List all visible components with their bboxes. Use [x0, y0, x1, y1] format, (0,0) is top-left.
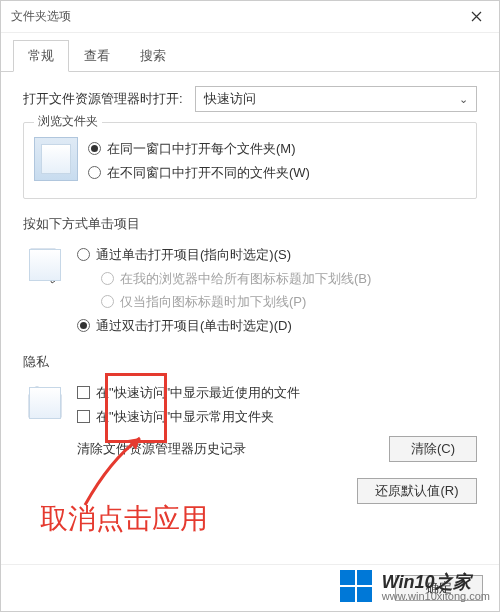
check-label: 在"快速访问"中显示常用文件夹	[96, 407, 274, 427]
radio-label: 在同一窗口中打开每个文件夹(M)	[107, 139, 296, 159]
privacy-check-recent[interactable]: 在"快速访问"中显示最近使用的文件	[77, 383, 477, 403]
folder-options-dialog: 文件夹选项 常规 查看 搜索 打开文件资源管理器时打开: 快速访问 ⌄ 浏览文件…	[0, 0, 500, 612]
open-with-select[interactable]: 快速访问 ⌄	[195, 86, 477, 112]
chevron-down-icon: ⌄	[459, 93, 468, 106]
watermark: Win10之家 www.win10xitong.com	[340, 570, 490, 604]
tab-search[interactable]: 搜索	[125, 40, 181, 72]
browse-legend: 浏览文件夹	[34, 113, 102, 130]
radio-icon	[101, 272, 114, 285]
tab-content: 打开文件资源管理器时打开: 快速访问 ⌄ 浏览文件夹 在同一窗口中打开每个文件夹…	[1, 72, 499, 564]
browse-group: 浏览文件夹 在同一窗口中打开每个文件夹(M) 在不同窗口中打开不同的文件夹(W)	[23, 122, 477, 199]
windows-logo-icon	[340, 570, 374, 604]
radio-label: 通过单击打开项目(指向时选定)(S)	[96, 245, 291, 265]
privacy-legend: 隐私	[23, 353, 477, 371]
window-icon	[34, 137, 78, 181]
radio-label: 仅当指向图标标题时加下划线(P)	[120, 292, 306, 312]
click-radio-double[interactable]: 通过双击打开项目(单击时选定)(D)	[77, 316, 477, 336]
tab-view[interactable]: 查看	[69, 40, 125, 72]
click-sub-point-underline: 仅当指向图标标题时加下划线(P)	[101, 292, 477, 312]
radio-label: 在我的浏览器中给所有图标标题加下划线(B)	[120, 269, 371, 289]
radio-icon	[77, 248, 90, 261]
browse-radio-same[interactable]: 在同一窗口中打开每个文件夹(M)	[88, 139, 466, 159]
svg-point-2	[31, 387, 43, 399]
click-group: 通过单击打开项目(指向时选定)(S) 在我的浏览器中给所有图标标题加下划线(B)…	[23, 241, 477, 339]
radio-icon	[88, 142, 101, 155]
open-with-value: 快速访问	[204, 90, 256, 108]
cursor-icon	[23, 243, 67, 287]
click-sub-all-underline: 在我的浏览器中给所有图标标题加下划线(B)	[101, 269, 477, 289]
radio-label: 通过双击打开项目(单击时选定)(D)	[96, 316, 292, 336]
tab-bar: 常规 查看 搜索	[1, 33, 499, 72]
clear-history-label: 清除文件资源管理器历史记录	[77, 440, 375, 458]
dialog-title: 文件夹选项	[11, 8, 453, 25]
watermark-brand: Win10之家	[382, 573, 490, 591]
browse-radio-diff[interactable]: 在不同窗口中打开不同的文件夹(W)	[88, 163, 466, 183]
open-with-label: 打开文件资源管理器时打开:	[23, 90, 183, 108]
privacy-icon	[23, 381, 67, 425]
radio-icon	[88, 166, 101, 179]
watermark-url: www.win10xitong.com	[382, 591, 490, 602]
close-icon	[471, 11, 482, 22]
close-button[interactable]	[453, 1, 499, 33]
radio-icon	[101, 295, 114, 308]
restore-defaults-button[interactable]: 还原默认值(R)	[357, 478, 477, 504]
radio-label: 在不同窗口中打开不同的文件夹(W)	[107, 163, 310, 183]
radio-icon	[77, 319, 90, 332]
tab-general[interactable]: 常规	[13, 40, 69, 72]
click-legend: 按如下方式单击项目	[23, 215, 477, 233]
checkbox-icon	[77, 386, 90, 399]
privacy-check-frequent[interactable]: 在"快速访问"中显示常用文件夹	[77, 407, 477, 427]
titlebar: 文件夹选项	[1, 1, 499, 33]
svg-rect-0	[31, 249, 55, 279]
click-radio-single[interactable]: 通过单击打开项目(指向时选定)(S)	[77, 245, 477, 265]
open-with-row: 打开文件资源管理器时打开: 快速访问 ⌄	[23, 86, 477, 112]
checkbox-icon	[77, 410, 90, 423]
check-label: 在"快速访问"中显示最近使用的文件	[96, 383, 300, 403]
svg-rect-1	[29, 395, 61, 417]
clear-button[interactable]: 清除(C)	[389, 436, 477, 462]
privacy-group: 在"快速访问"中显示最近使用的文件 在"快速访问"中显示常用文件夹 清除文件资源…	[23, 379, 477, 462]
